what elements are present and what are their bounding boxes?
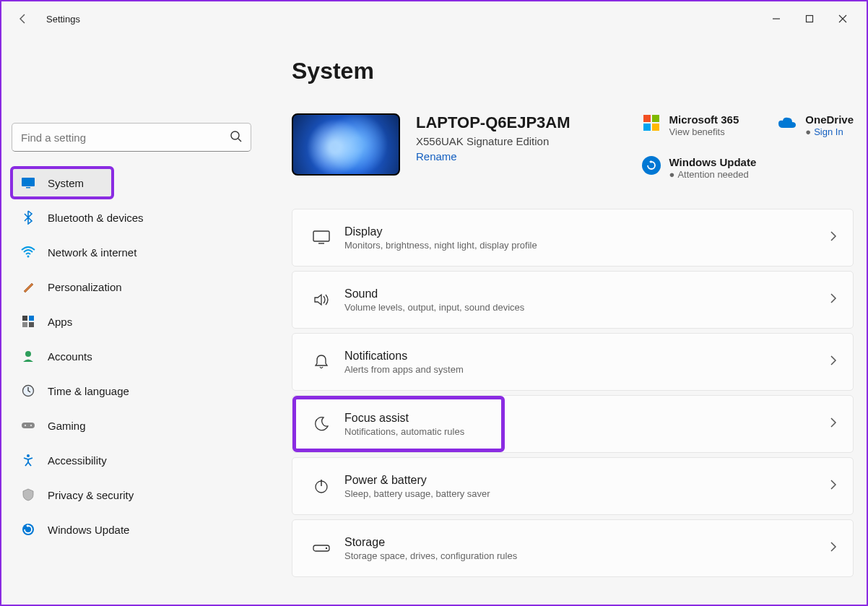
onedrive-title: OneDrive bbox=[805, 113, 854, 126]
chevron-right-icon bbox=[830, 355, 837, 368]
nav-item-apps[interactable]: Apps bbox=[12, 306, 251, 337]
clock-icon bbox=[20, 384, 36, 397]
device-model: X556UAK Signature Edition bbox=[416, 135, 570, 147]
main-content: System LAPTOP-Q6EJP3AM X556UAK Signature… bbox=[261, 36, 867, 605]
svg-rect-5 bbox=[26, 187, 30, 189]
wu-title: Windows Update bbox=[669, 156, 757, 168]
nav-item-network[interactable]: Network & internet bbox=[12, 237, 251, 267]
rename-link[interactable]: Rename bbox=[416, 150, 570, 163]
cloud-icon bbox=[778, 113, 797, 132]
svg-rect-10 bbox=[29, 322, 34, 327]
nav-label: Time & language bbox=[48, 385, 129, 397]
power-icon bbox=[308, 478, 334, 494]
wifi-icon bbox=[20, 246, 36, 258]
accessibility-icon bbox=[20, 454, 36, 467]
device-row: LAPTOP-Q6EJP3AM X556UAK Signature Editio… bbox=[292, 113, 854, 180]
wu-sub: Attention needed bbox=[677, 169, 748, 180]
minimize-button[interactable] bbox=[760, 7, 793, 30]
svg-rect-18 bbox=[313, 231, 329, 241]
update-icon bbox=[20, 523, 36, 536]
svg-point-16 bbox=[27, 454, 30, 457]
chevron-right-icon bbox=[830, 293, 837, 306]
setting-sub: Sleep, battery usage, battery saver bbox=[344, 488, 490, 499]
nav-item-personalization[interactable]: Personalization bbox=[12, 272, 251, 302]
nav-item-windows-update[interactable]: Windows Update bbox=[12, 514, 251, 545]
onedrive-item[interactable]: OneDrive ●Sign In bbox=[778, 113, 854, 180]
setting-sub: Monitors, brightness, night light, displ… bbox=[344, 240, 537, 251]
nav-item-accessibility[interactable]: Accessibility bbox=[12, 445, 251, 475]
device-wallpaper-thumb[interactable] bbox=[292, 113, 400, 176]
chevron-right-icon bbox=[830, 480, 837, 493]
onedrive-signin-link[interactable]: Sign In bbox=[814, 126, 843, 137]
nav-item-accounts[interactable]: Accounts bbox=[12, 341, 251, 371]
setting-title: Sound bbox=[344, 287, 524, 300]
gamepad-icon bbox=[20, 420, 36, 430]
svg-rect-8 bbox=[29, 316, 34, 321]
svg-line-3 bbox=[238, 139, 241, 142]
setting-storage[interactable]: Storage Storage space, drives, configura… bbox=[292, 519, 854, 577]
setting-focus-assist[interactable]: Focus assist Notifications, automatic ru… bbox=[292, 395, 854, 453]
back-button[interactable] bbox=[9, 4, 38, 33]
nav-label: Apps bbox=[48, 316, 72, 328]
nav-item-bluetooth[interactable]: Bluetooth & devices bbox=[12, 202, 251, 233]
search-input[interactable] bbox=[12, 123, 251, 152]
storage-icon bbox=[308, 543, 334, 553]
svg-point-11 bbox=[25, 351, 31, 357]
svg-point-23 bbox=[326, 547, 327, 549]
search-icon bbox=[230, 130, 243, 146]
person-icon bbox=[20, 350, 36, 363]
setting-power[interactable]: Power & battery Sleep, battery usage, ba… bbox=[292, 457, 854, 515]
setting-title: Storage bbox=[344, 536, 517, 549]
nav-label: Accessibility bbox=[48, 454, 107, 467]
svg-rect-9 bbox=[22, 322, 27, 327]
setting-sub: Storage space, drives, configuration rul… bbox=[344, 550, 517, 561]
svg-point-2 bbox=[231, 131, 239, 139]
chevron-right-icon bbox=[830, 542, 837, 555]
sidebar: System Bluetooth & devices Network & int… bbox=[1, 36, 261, 605]
nav-label: Gaming bbox=[48, 420, 86, 432]
paintbrush-icon bbox=[20, 280, 36, 293]
monitor-icon bbox=[20, 177, 36, 189]
nav-item-time[interactable]: Time & language bbox=[12, 376, 251, 406]
setting-sub: Notifications, automatic rules bbox=[344, 426, 464, 437]
nav-label: Network & internet bbox=[48, 246, 136, 259]
windows-update-item[interactable]: Windows Update ●Attention needed bbox=[642, 156, 757, 180]
nav-label: System bbox=[48, 177, 84, 189]
ms365-sub: View benefits bbox=[669, 126, 725, 137]
svg-rect-13 bbox=[22, 423, 35, 428]
sound-icon bbox=[308, 293, 334, 307]
chevron-right-icon bbox=[830, 231, 837, 244]
svg-point-6 bbox=[27, 256, 30, 258]
bluetooth-icon bbox=[20, 210, 36, 225]
setting-notifications[interactable]: Notifications Alerts from apps and syste… bbox=[292, 333, 854, 391]
setting-sound[interactable]: Sound Volume levels, output, input, soun… bbox=[292, 271, 854, 329]
maximize-button[interactable] bbox=[793, 7, 826, 30]
nav-label: Accounts bbox=[48, 350, 92, 363]
nav-item-system[interactable]: System bbox=[12, 168, 113, 198]
device-name: LAPTOP-Q6EJP3AM bbox=[416, 113, 570, 132]
titlebar: Settings bbox=[1, 1, 867, 36]
setting-sub: Volume levels, output, input, sound devi… bbox=[344, 302, 524, 313]
page-title: System bbox=[292, 58, 854, 85]
svg-rect-4 bbox=[22, 178, 35, 186]
nav-label: Windows Update bbox=[48, 524, 129, 536]
svg-rect-1 bbox=[807, 16, 813, 22]
setting-display[interactable]: Display Monitors, brightness, night ligh… bbox=[292, 209, 854, 267]
setting-title: Focus assist bbox=[344, 412, 464, 425]
svg-rect-7 bbox=[22, 316, 27, 321]
apps-icon bbox=[20, 315, 36, 328]
ms365-item[interactable]: Microsoft 365 View benefits bbox=[642, 113, 757, 137]
nav-item-gaming[interactable]: Gaming bbox=[12, 410, 251, 441]
setting-title: Notifications bbox=[344, 350, 464, 363]
nav-label: Privacy & security bbox=[48, 489, 134, 501]
shield-icon bbox=[20, 488, 36, 501]
bell-icon bbox=[308, 354, 334, 370]
nav-item-privacy[interactable]: Privacy & security bbox=[12, 480, 251, 510]
chevron-right-icon bbox=[830, 417, 837, 430]
nav-label: Bluetooth & devices bbox=[48, 212, 144, 224]
setting-sub: Alerts from apps and system bbox=[344, 364, 464, 375]
display-icon bbox=[308, 230, 334, 245]
setting-title: Display bbox=[344, 225, 537, 238]
close-button[interactable] bbox=[826, 7, 859, 30]
moon-icon bbox=[308, 416, 334, 432]
